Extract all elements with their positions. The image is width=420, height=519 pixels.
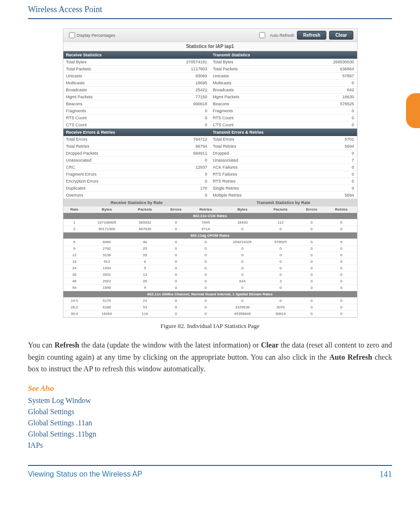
rate-row: 4829222600624300: [63, 278, 357, 285]
rate-cell: 112: [264, 219, 298, 226]
clear-button[interactable]: Clear: [329, 31, 353, 40]
see-also-link[interactable]: Global Settings .11bgn: [28, 429, 392, 440]
rate-cell: 18: [63, 259, 86, 265]
rate-cell: 0: [297, 272, 326, 278]
stats-label: Encryption Errors: [63, 178, 167, 184]
stats-row: RTS Count0: [210, 115, 357, 122]
stats-row: RTS Count0: [63, 115, 210, 122]
stats-label: Single Retries: [210, 185, 314, 191]
rate-cell: 116: [128, 311, 162, 317]
stats-value: 7: [314, 157, 357, 164]
rate-cell: 36: [63, 272, 86, 278]
stats-value: 0: [314, 115, 357, 121]
stats-label: Unicasts: [63, 73, 167, 79]
stats-row: Total Errors764712: [63, 136, 210, 143]
see-also-link[interactable]: Global Settings .11an: [28, 417, 392, 429]
see-also-heading: See Also: [28, 384, 392, 393]
rate-cell: 0: [264, 265, 298, 272]
rate-cell: 2070: [264, 304, 298, 311]
rate-row: 1167106905365032076951842011200: [63, 219, 357, 226]
rate-cell: 0: [162, 285, 190, 291]
stats-value: 0: [167, 108, 210, 114]
stats-value: 0: [167, 157, 210, 164]
rate-cell: 0: [162, 246, 190, 252]
rate-cell: 1: [63, 219, 86, 226]
rate-section-title: 802.11b CCK Rates: [63, 213, 357, 219]
transmit-stats-header: Transmit Statistics: [210, 51, 357, 59]
stats-value: 66794: [167, 143, 210, 150]
stats-label: Broadcasts: [210, 87, 314, 93]
stats-row: Single Retries0: [210, 185, 357, 192]
stats-value: 578525: [314, 101, 357, 107]
rate-cell: 0: [297, 285, 326, 291]
rate-cell: 0: [297, 226, 326, 232]
toolbar: Display Percentages Auto Refresh Refresh…: [63, 29, 357, 42]
stats-row: Total Bytes266530030: [210, 59, 357, 66]
stats-row: Fragments0: [210, 108, 357, 115]
rate-column-header: Rate: [63, 206, 86, 213]
rate-row: 26.0618853003129636207000: [63, 304, 357, 311]
stats-label: Total Errors: [63, 136, 167, 143]
stats-row: CTS Count0: [63, 122, 210, 129]
clear-term: Clear: [261, 341, 279, 349]
stats-label: Overruns: [63, 192, 167, 198]
rate-cell: 48: [63, 278, 86, 285]
refresh-button[interactable]: Refresh: [297, 31, 326, 40]
rate-cell: 28: [128, 252, 162, 259]
rate-cell: 9714: [190, 226, 221, 232]
rate-row: 9278225000000: [63, 246, 357, 252]
rate-row: 5416989000000: [63, 285, 357, 291]
stats-row: Unicasts57897: [210, 73, 357, 80]
display-percentages-checkbox[interactable]: [69, 32, 75, 38]
rate-cell: 624: [221, 278, 263, 285]
stats-label: Total Bytes: [210, 59, 314, 65]
rate-cell: 0: [221, 246, 263, 252]
rate-column-header: Errors: [297, 206, 326, 213]
rate-cell: 2031: [86, 272, 128, 278]
rate-column-header: Retries: [326, 206, 357, 213]
stats-row: Total Packets1117803: [63, 66, 210, 73]
rate-cell: 0: [190, 259, 221, 265]
stats-label: Beacons: [63, 101, 167, 107]
rate-cell: 0: [297, 246, 326, 252]
stats-row: Broadcasts642: [210, 87, 357, 94]
rate-cell: 0: [190, 278, 221, 285]
stats-value: 5701: [314, 136, 357, 143]
stats-value: 83069: [167, 73, 210, 79]
rate-column-header: Errors: [162, 206, 190, 213]
rate-cell: 25: [128, 246, 162, 252]
auto-refresh-checkbox[interactable]: [259, 32, 265, 38]
figure-caption: Figure 82. Individual IAP Statistics Pag…: [28, 322, 392, 330]
rate-cell: 0: [326, 278, 357, 285]
rate-cell: 0: [190, 285, 221, 291]
stats-label: Total Retries: [63, 143, 167, 150]
see-also-link[interactable]: IAPs: [28, 440, 392, 451]
rate-cell: 0: [326, 239, 357, 246]
see-also-link[interactable]: Global Settings: [28, 406, 392, 417]
stats-value: 764712: [167, 136, 210, 143]
stats-row: Unicasts83069: [63, 73, 210, 80]
rate-cell: 2922: [86, 278, 128, 285]
rate-row: 2419345000000: [63, 265, 357, 272]
stats-label: Total Packets: [63, 66, 167, 72]
rate-cell: 9: [128, 285, 162, 291]
see-also-link[interactable]: System Log Window: [28, 395, 392, 406]
stats-row: Mgmt Packets77150: [63, 94, 210, 101]
stats-row: Broadcasts25421: [63, 87, 210, 94]
rate-column-header: Packets: [264, 206, 298, 213]
rate-cell: 26.0: [63, 304, 86, 311]
rate-cell: 0: [297, 278, 326, 285]
stats-value: 18695: [167, 80, 210, 86]
rate-row: 36203113000000: [63, 272, 357, 278]
rate-cell: 0: [326, 285, 357, 291]
stats-row: RTS Retries0: [210, 178, 357, 185]
stats-value: 0: [314, 164, 357, 171]
stats-value: 0: [314, 122, 357, 128]
rate-cell: 0: [162, 252, 190, 259]
stats-value: 170: [167, 185, 210, 191]
rate-cell: 365032: [128, 219, 162, 226]
rate-cell: 0: [264, 226, 298, 232]
rate-cell: 0: [162, 272, 190, 278]
rate-cell: 0: [190, 265, 221, 272]
rate-column-header: Retries: [190, 206, 221, 213]
